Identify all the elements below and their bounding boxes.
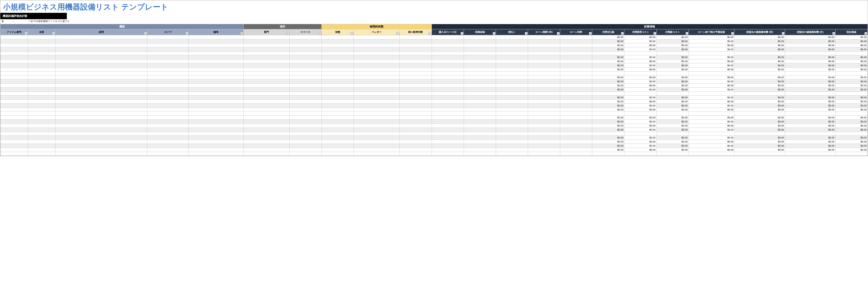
cell[interactable] xyxy=(656,51,688,56)
cell[interactable]: $0.00 xyxy=(688,148,735,152)
cell[interactable] xyxy=(28,100,56,104)
cell[interactable] xyxy=(656,92,688,96)
cell[interactable]: $0.00 xyxy=(656,108,688,112)
cell[interactable] xyxy=(400,120,432,124)
cell[interactable] xyxy=(528,96,560,100)
cell[interactable]: $0.00 xyxy=(624,140,656,144)
cell[interactable] xyxy=(188,140,244,144)
cell[interactable] xyxy=(289,104,321,108)
cell[interactable]: $0.00 xyxy=(656,79,688,83)
cell[interactable] xyxy=(56,144,147,148)
filter-loan_term[interactable]: ▾ xyxy=(557,32,560,35)
cell[interactable] xyxy=(528,75,560,79)
cell[interactable]: $0.00 xyxy=(592,148,624,152)
cell[interactable] xyxy=(432,56,464,60)
cell[interactable] xyxy=(147,120,188,124)
cell[interactable] xyxy=(1,39,28,43)
cell[interactable] xyxy=(244,60,289,64)
cell[interactable] xyxy=(528,92,560,96)
cell[interactable] xyxy=(464,104,496,108)
cell[interactable]: $0.00 xyxy=(735,75,785,79)
cell[interactable] xyxy=(322,100,354,104)
filter-remarks[interactable]: ▾ xyxy=(240,32,243,35)
cell[interactable] xyxy=(244,88,289,92)
cell[interactable]: $0.00 xyxy=(624,108,656,112)
cell[interactable] xyxy=(688,72,735,75)
cell[interactable]: $0.00 xyxy=(624,47,656,51)
cell[interactable] xyxy=(560,83,592,88)
cell[interactable]: $0.00 xyxy=(656,68,688,72)
cell[interactable]: $0.00 xyxy=(592,88,624,92)
cell[interactable] xyxy=(244,136,289,140)
cell[interactable] xyxy=(147,116,188,120)
cell[interactable] xyxy=(835,132,867,136)
cell[interactable] xyxy=(147,75,188,79)
cell[interactable] xyxy=(56,88,147,92)
cell[interactable] xyxy=(188,92,244,96)
cell[interactable]: $0.00 xyxy=(656,88,688,92)
cell[interactable] xyxy=(188,104,244,108)
cell[interactable] xyxy=(147,112,188,116)
cell[interactable]: $0.00 xyxy=(656,140,688,144)
cell[interactable] xyxy=(322,83,354,88)
cell[interactable]: $0.00 xyxy=(785,88,835,92)
cell[interactable]: $0.00 xyxy=(835,120,867,124)
cell[interactable]: $0.00 xyxy=(835,128,867,132)
cell[interactable] xyxy=(322,132,354,136)
cell[interactable] xyxy=(289,83,321,88)
cell[interactable] xyxy=(56,83,147,88)
cell[interactable] xyxy=(56,43,147,47)
cell[interactable]: $0.00 xyxy=(785,128,835,132)
cell[interactable] xyxy=(244,83,289,88)
cell[interactable] xyxy=(528,120,560,124)
cell[interactable] xyxy=(188,60,244,64)
cell[interactable] xyxy=(560,112,592,116)
cell[interactable] xyxy=(56,124,147,128)
cell[interactable]: $0.00 xyxy=(835,43,867,47)
cell[interactable]: $0.00 xyxy=(624,116,656,120)
cell[interactable] xyxy=(56,56,147,60)
cell[interactable]: $0.00 xyxy=(624,43,656,47)
cell[interactable] xyxy=(147,132,188,136)
cell[interactable] xyxy=(496,136,528,140)
cell[interactable] xyxy=(56,136,147,140)
cell[interactable] xyxy=(322,92,354,96)
cell[interactable] xyxy=(432,120,464,124)
cell[interactable] xyxy=(592,152,624,156)
cell[interactable] xyxy=(432,108,464,112)
cell[interactable] xyxy=(464,136,496,140)
cell[interactable] xyxy=(400,132,432,136)
cell[interactable] xyxy=(1,136,28,140)
cell[interactable] xyxy=(592,51,624,56)
cell[interactable] xyxy=(28,124,56,128)
cell[interactable] xyxy=(560,43,592,47)
cell[interactable] xyxy=(28,68,56,72)
cell[interactable]: $0.00 xyxy=(735,68,785,72)
cell[interactable] xyxy=(188,79,244,83)
cell[interactable] xyxy=(688,132,735,136)
cell[interactable] xyxy=(188,35,244,39)
cell[interactable]: $0.00 xyxy=(785,39,835,43)
cell[interactable] xyxy=(1,96,28,100)
cell[interactable]: $0.00 xyxy=(592,60,624,64)
cell[interactable] xyxy=(188,72,244,75)
cell[interactable] xyxy=(464,100,496,104)
cell[interactable] xyxy=(28,47,56,51)
cell[interactable] xyxy=(354,47,400,51)
cell[interactable]: $0.00 xyxy=(735,128,785,132)
cell[interactable] xyxy=(1,68,28,72)
cell[interactable]: $0.00 xyxy=(735,140,785,144)
cell[interactable] xyxy=(56,108,147,112)
cell[interactable] xyxy=(432,132,464,136)
cell[interactable] xyxy=(147,47,188,51)
cell[interactable] xyxy=(560,47,592,51)
cell[interactable]: $0.00 xyxy=(656,43,688,47)
cell[interactable] xyxy=(322,144,354,148)
cell[interactable] xyxy=(354,132,400,136)
cell[interactable]: $0.00 xyxy=(688,79,735,83)
cell[interactable] xyxy=(735,72,785,75)
cell[interactable] xyxy=(464,47,496,51)
cell[interactable] xyxy=(354,88,400,92)
cell[interactable] xyxy=(432,152,464,156)
cell[interactable] xyxy=(560,116,592,120)
